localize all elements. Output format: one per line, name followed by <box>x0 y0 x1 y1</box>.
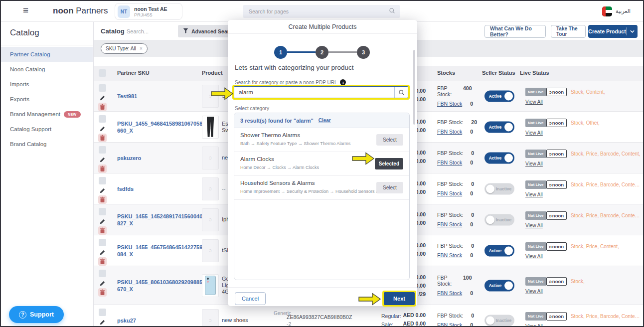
fbn-stock-link[interactable]: FBN Stock <box>437 129 462 135</box>
live-status-cell: Not Live ɔnoon Stock, Price, Barcode, Co… <box>525 143 642 173</box>
trash-icon[interactable] <box>98 226 107 235</box>
view-all-link[interactable]: View All <box>525 289 543 294</box>
category-result: Shower Thermo Alarms Bath → Safety Featu… <box>234 128 409 152</box>
category-search-input[interactable] <box>234 87 394 98</box>
edit-pencil-icon[interactable] <box>99 94 106 103</box>
select-all-checkbox[interactable] <box>99 69 106 77</box>
product-image: ɔ <box>202 116 219 139</box>
seller-status-toggle[interactable]: Inactive <box>484 183 514 194</box>
row-checkbox[interactable] <box>99 177 106 184</box>
seller-status-toggle[interactable]: Active <box>484 90 514 102</box>
language-switcher[interactable]: العربية <box>616 8 631 14</box>
sidebar-item-partner-catalog[interactable]: Partner Catalog <box>1 47 93 62</box>
row-checkbox[interactable] <box>99 146 106 154</box>
seller-status-toggle[interactable]: Active <box>484 245 514 256</box>
fbn-stock-link[interactable]: FBN Stock <box>437 322 462 326</box>
sidebar-item-exports[interactable]: Exports <box>1 92 93 107</box>
row-checkbox[interactable] <box>99 84 106 92</box>
partner-sku-link[interactable]: PSKU_1455_94684158981067058660_X <box>117 112 204 142</box>
row-checkbox[interactable] <box>99 115 106 123</box>
toggle-knob <box>486 184 494 193</box>
global-search-input[interactable] <box>248 8 389 15</box>
partner-sku-link[interactable]: PSKU_1455_14524891741560040827_X <box>117 204 204 235</box>
edit-pencil-icon[interactable] <box>99 187 106 196</box>
view-all-link[interactable]: View All <box>525 130 543 136</box>
view-all-link[interactable]: View All <box>525 99 543 105</box>
noon-logo-icon: ɔnoon <box>546 150 567 158</box>
sidebar-item-brand-management[interactable]: Brand ManagementNEW <box>1 107 93 122</box>
uae-flag-icon[interactable] <box>602 6 612 16</box>
product-image: ɔ <box>202 239 219 262</box>
support-button[interactable]: ? Support <box>9 306 64 323</box>
sidebar-items: Partner CatalogNoon CatalogImportsExport… <box>1 47 93 152</box>
take-tour-button[interactable]: Take The Tour <box>551 25 586 38</box>
fbn-stock-link[interactable]: FBN Stock <box>437 190 462 196</box>
trash-icon[interactable] <box>98 164 107 173</box>
product-image: ɔ <box>202 208 219 231</box>
view-all-link[interactable]: View All <box>525 223 543 228</box>
seller-status-toggle[interactable]: Inactive <box>484 214 514 225</box>
edit-pencil-icon[interactable] <box>99 218 106 227</box>
edit-pencil-icon[interactable] <box>99 249 106 258</box>
view-all-link[interactable]: View All <box>525 161 543 166</box>
selected-button[interactable]: Selected <box>375 158 403 169</box>
partner-sku-link[interactable]: pskuzero <box>117 143 204 173</box>
partner-sku-link[interactable]: PSKU_1455_45675486451422759084_X <box>117 235 204 266</box>
stocks-cell: FBP Stock:0 FBN Stock0 <box>437 173 491 204</box>
modal-scrollbar[interactable] <box>413 50 415 125</box>
fbn-stock-link[interactable]: FBN Stock <box>437 221 462 227</box>
search-icon[interactable] <box>394 87 408 98</box>
view-all-link[interactable]: View All <box>525 254 543 259</box>
partner-sku-link[interactable]: psku27 <box>117 305 204 326</box>
row-checkbox[interactable] <box>99 208 106 215</box>
not-live-badge: Not Live ɔnoon <box>525 119 567 127</box>
seller-status-toggle[interactable]: Active <box>484 121 514 133</box>
partner-sku-link[interactable]: fsdfds <box>117 173 204 204</box>
view-all-link[interactable]: View All <box>525 324 543 327</box>
chevron-down-icon[interactable] <box>627 30 638 33</box>
trash-icon[interactable] <box>98 103 107 111</box>
seller-status-toggle[interactable]: Inactive <box>484 315 514 326</box>
edit-pencil-icon[interactable] <box>99 280 106 289</box>
fbn-stock-link[interactable]: FBN Stock <box>437 252 462 258</box>
row-checkbox[interactable] <box>99 239 106 246</box>
row-checkbox[interactable] <box>99 309 106 316</box>
seller-status-toggle[interactable]: Active <box>484 152 514 164</box>
create-product-button[interactable]: Create Product <box>588 25 638 38</box>
edit-pencil-icon[interactable] <box>99 319 106 326</box>
select-button[interactable]: Select <box>376 182 403 193</box>
toggle-knob <box>486 215 494 224</box>
issue-list: Stock, Price, Barcode, Content, Other, <box>571 213 642 218</box>
fbn-stock-link[interactable]: FBN Stock <box>437 290 462 296</box>
stocks-cell: FBP Stock:0 FBN Stock0 <box>437 305 491 326</box>
trash-icon[interactable] <box>98 288 107 297</box>
next-button[interactable]: Next <box>384 292 415 305</box>
live-status-cell: Not Live ɔnoon Stock, Content, View All <box>525 81 642 111</box>
account-switcher[interactable]: NT noon Test AE PRJI455 <box>115 3 182 20</box>
partner-sku-link[interactable]: Test981 <box>117 81 204 111</box>
row-checkbox[interactable] <box>99 270 106 277</box>
sku-type-chip[interactable]: SKU Type: All × <box>101 43 148 54</box>
clear-link[interactable]: Clear <box>319 118 331 123</box>
trash-icon[interactable] <box>98 195 107 204</box>
partner-sku-link[interactable]: PSKU_1455_80610368029209885670_X <box>117 266 204 305</box>
cancel-button[interactable]: Cancel <box>235 292 266 305</box>
fbn-stock-link[interactable]: FBN Stock <box>437 101 462 107</box>
trash-icon[interactable] <box>98 134 107 142</box>
col-seller-status: Seller Status <box>482 70 515 76</box>
feedback-button[interactable]: What Can We Do Better? <box>484 25 546 38</box>
view-all-link[interactable]: View All <box>525 192 543 197</box>
seller-status-toggle[interactable]: Active <box>484 280 514 291</box>
sidebar-item-brand-catalog[interactable]: Brand Catalog <box>1 137 93 152</box>
fbn-stock-link[interactable]: FBN Stock <box>437 160 462 165</box>
edit-pencil-icon[interactable] <box>99 156 106 165</box>
sidebar-item-catalog-support[interactable]: Catalog Support <box>1 122 93 137</box>
close-icon[interactable]: × <box>140 46 143 51</box>
edit-pencil-icon[interactable] <box>99 125 106 134</box>
sidebar-item-imports[interactable]: Imports <box>1 77 93 92</box>
trash-icon[interactable] <box>98 257 107 266</box>
menu-icon[interactable]: ≡ <box>23 5 28 16</box>
select-button[interactable]: Select <box>376 134 403 146</box>
live-status-cell: Not Live ɔnoon Stock, Other, View All <box>525 112 642 142</box>
sidebar-item-noon-catalog[interactable]: Noon Catalog <box>1 62 93 77</box>
